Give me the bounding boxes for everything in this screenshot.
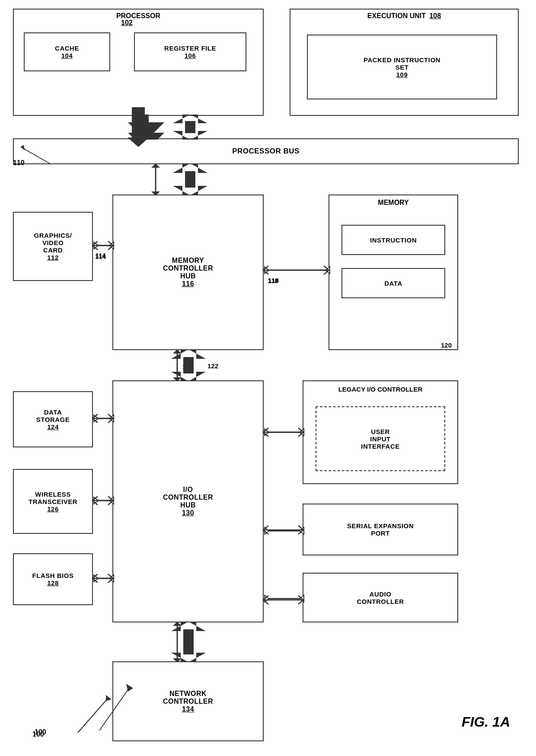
data-storage-box: DATA STORAGE 124 [13,391,93,447]
data-box: DATA [341,268,445,298]
user-input-box: USER INPUT INTERFACE [316,406,445,471]
register-file-number: 106 [185,52,196,59]
processor-bus-box: PROCESSOR BUS [13,138,519,164]
svg-marker-9 [128,115,164,140]
svg-rect-54 [185,171,195,188]
network-controller-number: 134 [182,705,194,713]
label-100: 100 [32,730,44,738]
packed-number: 109 [396,71,408,78]
data-storage-number: 124 [47,423,59,431]
fig-label: FIG. 1A [462,714,510,730]
processor-number: 102 [121,19,133,27]
ioch-number: 130 [182,509,194,517]
instruction-box: INSTRUCTION [341,225,445,255]
svg-rect-60 [183,629,194,654]
execution-unit-label: EXECUTION UNIT 108 [290,12,519,20]
audio-controller-box: AUDIO CONTROLLER [303,573,458,622]
arrow-122-label-v2: 122 [207,362,218,370]
svg-line-10 [21,147,51,164]
wireless-box: WIRELESS TRANSCEIVER 126 [13,469,93,534]
svg-line-71 [99,687,130,730]
memory-number: 120 [441,341,452,349]
register-file-box: REGISTER FILE 106 [134,32,246,71]
processor-label: PROCESSOR [13,9,264,20]
mch-number: 116 [182,280,194,288]
mch-box: MEMORY CONTROLLER HUB 116 [112,195,264,350]
cache-number: 104 [61,52,73,59]
svg-rect-57 [183,357,194,373]
svg-rect-51 [185,121,195,133]
svg-marker-14 [151,163,160,168]
wireless-number: 126 [47,505,59,513]
cache-box: CACHE 104 [24,32,110,71]
legacy-io-label: LEGACY I/O CONTROLLER [303,386,458,393]
flash-bios-number: 128 [47,579,59,587]
packed-instruction-box: PACKED INSTRUCTION SET 109 [307,35,497,99]
graphics-box: GRAPHICS/ VIDEO CARD 112 [13,212,93,281]
memory-label: MEMORY [329,199,458,207]
serial-expansion-box: SERIAL EXPANSION PORT [303,504,458,555]
ioch-box: I/O CONTROLLER HUB 130 [112,380,264,622]
graphics-number: 112 [47,254,59,261]
flash-bios-box: FLASH BIOS 128 [13,553,93,605]
